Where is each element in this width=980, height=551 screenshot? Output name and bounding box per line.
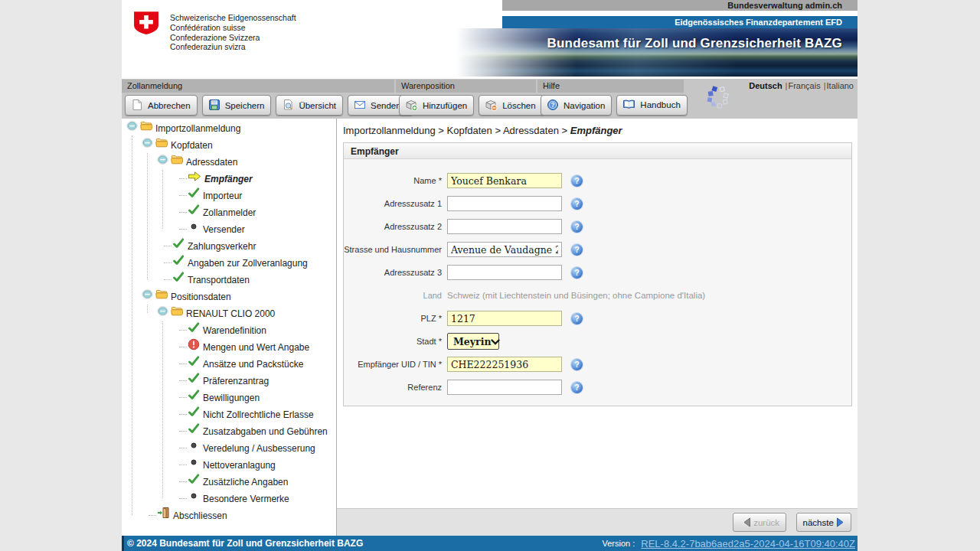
check-icon bbox=[188, 406, 200, 423]
tree-item-label: Transportdaten bbox=[188, 275, 250, 285]
back-button[interactable]: zurück bbox=[733, 513, 786, 532]
language-deutsch[interactable]: Deutsch bbox=[749, 81, 782, 90]
tree-item-bewilligungen[interactable]: Bewilligungen bbox=[122, 389, 336, 406]
help-icon[interactable]: ? bbox=[571, 267, 583, 279]
breadcrumb-part[interactable]: Adressdaten bbox=[503, 125, 559, 136]
logo-line: Confederaziun svizra bbox=[170, 42, 296, 52]
check-icon bbox=[188, 204, 200, 221]
tree-item-empf-nger[interactable]: Empfänger bbox=[122, 170, 336, 187]
language-fran-ais[interactable]: Français bbox=[788, 81, 820, 90]
breadcrumb-part[interactable]: Kopfdaten bbox=[447, 125, 492, 136]
hinzuf-gen-button[interactable]: Hinzufügen bbox=[399, 95, 474, 116]
empf-nger-uid-tin-input[interactable] bbox=[447, 357, 562, 372]
tree-item-angaben-zur-zollveranlagung[interactable]: Angaben zur Zollveranlagung bbox=[122, 254, 336, 271]
tree-item-renault-clio-2000[interactable]: RENAULT CLIO 2000 bbox=[122, 305, 336, 321]
tree-item-importeur[interactable]: Importeur bbox=[122, 187, 336, 204]
language-italiano[interactable]: Italiano bbox=[827, 81, 854, 90]
toolbar-group-warenposition: WarenpositionHinzufügenLöschen bbox=[396, 80, 536, 116]
speichern-button[interactable]: Speichern bbox=[202, 95, 272, 116]
next-button[interactable]: nächste bbox=[796, 513, 851, 532]
adresszusatz-2-input[interactable] bbox=[447, 219, 562, 234]
admin-ch-bar: Bundesverwaltung admin.ch bbox=[502, 0, 858, 11]
plz-label: PLZ * bbox=[344, 314, 442, 323]
name-input[interactable] bbox=[447, 173, 562, 188]
loading-spinner-icon bbox=[706, 84, 731, 112]
bersicht-button[interactable]: Übersicht bbox=[276, 95, 343, 116]
tree-item-label: Nettoveranlagung bbox=[203, 460, 276, 471]
form-row-strasse-und-hausnummer: Strasse und Hausnummer? bbox=[344, 238, 851, 261]
adresszusatz-2-label: Adresszusatz 2 bbox=[344, 222, 442, 231]
collapse-expander-icon[interactable] bbox=[142, 289, 153, 305]
tree-item-zusatzabgaben-und-geb-hren[interactable]: Zusatzabgaben und Gebühren bbox=[122, 422, 336, 439]
check-icon bbox=[188, 389, 200, 406]
tree-item-adressdaten[interactable]: Adressdaten bbox=[122, 153, 336, 170]
referenz-input[interactable] bbox=[447, 380, 562, 395]
overview-icon bbox=[282, 101, 299, 110]
version-link[interactable]: REL-8.4.2-7bab6aed2a5-2024-04-16T09:40:4… bbox=[641, 538, 855, 549]
breadcrumb-part[interactable]: Importzollanmeldung bbox=[343, 125, 436, 136]
help-icon[interactable]: ? bbox=[571, 198, 583, 210]
collapse-expander-icon[interactable] bbox=[157, 154, 168, 171]
stadt-select[interactable]: Meyrin bbox=[447, 333, 499, 350]
adresszusatz-3-label: Adresszusatz 3 bbox=[344, 268, 442, 277]
tree-item-versender[interactable]: Versender bbox=[122, 220, 336, 237]
tree-item-transportdaten[interactable]: Transportdaten bbox=[122, 271, 336, 288]
application-window: Schweizerische EidgenossenschaftConfédér… bbox=[122, 0, 858, 551]
handbuch-button-label: Handbuch bbox=[640, 100, 680, 109]
toolbar-group-zollanmeldung: ZollanmeldungAbbrechenSpeichernÜbersicht… bbox=[122, 80, 394, 116]
strasse-und-hausnummer-input[interactable] bbox=[447, 242, 562, 257]
tree-item-abschliessen[interactable]: Abschliessen bbox=[122, 507, 336, 523]
check-icon bbox=[188, 372, 200, 390]
tree-item-nettoveranlagung[interactable]: Nettoveranlagung bbox=[122, 456, 336, 473]
tree-item-veredelung-ausbesserung[interactable]: Veredelung / Ausbesserung bbox=[122, 439, 336, 456]
content: ImportzollanmeldungKopfdatenAdressdatenE… bbox=[122, 119, 858, 536]
help-icon[interactable]: ? bbox=[571, 175, 583, 187]
tree-item-ans-tze-und-packst-cke[interactable]: Ansätze und Packstücke bbox=[122, 355, 336, 372]
add-item-icon bbox=[405, 101, 423, 110]
help-icon[interactable]: ? bbox=[571, 313, 583, 324]
tree-item-label: Veredelung / Ausbesserung bbox=[203, 443, 315, 454]
collapse-expander-icon[interactable] bbox=[142, 137, 153, 154]
tree-item-warendefinition[interactable]: Warendefinition bbox=[122, 321, 336, 338]
tree-item-pr-ferenzantrag[interactable]: Präferenzantrag bbox=[122, 372, 336, 389]
help-icon[interactable]: ? bbox=[571, 221, 583, 233]
tree-item-nicht-zollrechtliche-erlasse[interactable]: Nicht Zollrechtliche Erlasse bbox=[122, 406, 336, 422]
folder-icon bbox=[140, 119, 152, 137]
swiss-cross-shield-icon bbox=[133, 11, 159, 52]
form-row-adresszusatz-2: Adresszusatz 2? bbox=[344, 215, 851, 238]
empfaenger-panel: Empfänger Name *?Adresszusatz 1?Adresszu… bbox=[343, 142, 852, 406]
strasse-und-hausnummer-label: Strasse und Hausnummer bbox=[344, 245, 442, 254]
chevron-down-icon bbox=[491, 336, 500, 347]
help-icon[interactable]: ? bbox=[571, 382, 583, 393]
efd-department-bar: Eidgenössisches Finanzdepartement EFD bbox=[502, 16, 858, 28]
main-area: Importzollanmeldung > Kopfdaten > Adress… bbox=[337, 119, 858, 536]
tree-item-mengen-und-wert-angabe[interactable]: Mengen und Wert Angabe bbox=[122, 338, 336, 355]
tree-item-positionsdaten[interactable]: Positionsdaten bbox=[122, 288, 336, 305]
help-icon[interactable]: ? bbox=[571, 244, 583, 256]
delete-item-icon bbox=[485, 101, 502, 110]
check-icon bbox=[188, 473, 200, 491]
abbrechen-button[interactable]: Abbrechen bbox=[125, 95, 198, 116]
adresszusatz-3-input[interactable] bbox=[447, 265, 562, 280]
collapse-expander-icon[interactable] bbox=[126, 120, 138, 137]
tree-item-label: Angaben zur Zollveranlagung bbox=[188, 258, 308, 269]
plz-input[interactable] bbox=[447, 311, 562, 326]
tree-item-zollanmelder[interactable]: Zollanmelder bbox=[122, 204, 336, 220]
folder-icon bbox=[171, 153, 183, 171]
tree-item-zahlungsverkehr[interactable]: Zahlungsverkehr bbox=[122, 237, 336, 254]
land-value: Schweiz (mit Liechtenstein und Büsingen;… bbox=[447, 291, 705, 300]
send-icon bbox=[354, 101, 371, 110]
navigation-button[interactable]: ?Navigation bbox=[541, 95, 612, 116]
help-icon[interactable]: ? bbox=[571, 359, 583, 370]
collapse-expander-icon[interactable] bbox=[157, 305, 168, 322]
adresszusatz-1-input[interactable] bbox=[447, 196, 562, 211]
toolbar-group-hilfe: Hilfe?NavigationHandbuch bbox=[537, 80, 684, 116]
tree-item-zus-tzliche-angaben[interactable]: Zusätzliche Angaben bbox=[122, 473, 336, 490]
tree-item-kopfdaten[interactable]: Kopfdaten bbox=[122, 136, 336, 153]
tree-item-besondere-vermerke[interactable]: Besondere Vermerke bbox=[122, 490, 336, 507]
tree-item-label: Versender bbox=[203, 224, 245, 235]
l-schen-button[interactable]: Löschen bbox=[479, 95, 544, 116]
handbuch-button[interactable]: Handbuch bbox=[616, 95, 687, 116]
dot-icon bbox=[188, 490, 200, 507]
tree-item-importzollanmeldung[interactable]: Importzollanmeldung bbox=[122, 119, 336, 136]
